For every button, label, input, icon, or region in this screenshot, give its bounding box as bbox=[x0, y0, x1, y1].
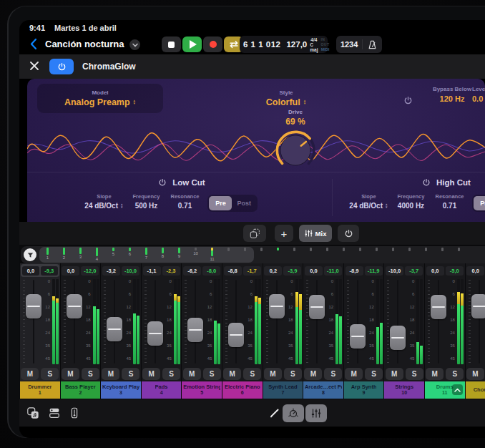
tempo-value[interactable]: 127,0 bbox=[286, 40, 307, 49]
track-name[interactable]: Drums 11 bbox=[425, 381, 465, 399]
mix-button[interactable]: Mix bbox=[299, 225, 332, 242]
navigator-track[interactable]: 4 bbox=[89, 246, 105, 263]
edit-button[interactable] bbox=[267, 405, 283, 421]
fader-handle[interactable] bbox=[107, 317, 122, 341]
track-name[interactable]: Pads 4 bbox=[142, 381, 182, 399]
navigator-track[interactable] bbox=[237, 246, 253, 263]
navigator-track[interactable]: 2 bbox=[56, 246, 72, 263]
track-name[interactable]: Electric Piano 6 bbox=[222, 381, 263, 399]
solo-button[interactable]: S bbox=[122, 368, 139, 380]
pre-button[interactable]: Pre bbox=[209, 196, 232, 210]
mute-button[interactable]: M bbox=[386, 368, 403, 380]
playhead-position[interactable]: 6 1 1 012 bbox=[243, 40, 280, 49]
track-name[interactable]: Bass Player 2 bbox=[61, 381, 101, 399]
mute-button[interactable]: M bbox=[264, 368, 282, 380]
solo-button[interactable]: S bbox=[82, 368, 99, 380]
volume-value[interactable]: -8,8 bbox=[224, 266, 242, 276]
fader-handle[interactable] bbox=[228, 323, 244, 347]
record-button[interactable] bbox=[203, 36, 222, 52]
navigator-track[interactable] bbox=[451, 246, 467, 263]
add-button[interactable]: + bbox=[275, 225, 293, 242]
solo-button[interactable]: S bbox=[365, 368, 383, 380]
solo-button[interactable]: S bbox=[324, 368, 342, 380]
track-name[interactable]: Arp Synth 9 bbox=[344, 381, 384, 399]
low-cut-resonance[interactable]: Resonance 0.71 bbox=[169, 193, 200, 210]
volume-value[interactable]: -8,9 bbox=[346, 266, 363, 276]
navigator-track[interactable] bbox=[319, 246, 335, 263]
navigator-track[interactable]: 9 bbox=[171, 246, 187, 263]
track-name[interactable]: Arcade…eet Pad 8 bbox=[303, 381, 343, 399]
level-control[interactable]: Level 0.0 bbox=[472, 86, 485, 103]
volume-value[interactable]: 0,0 bbox=[466, 266, 484, 276]
pre-button[interactable]: Pre bbox=[474, 196, 485, 210]
post-button[interactable]: Post bbox=[232, 196, 256, 210]
low-cut-power-icon[interactable] bbox=[158, 178, 167, 187]
navigator-track[interactable] bbox=[335, 246, 352, 263]
high-cut-resonance[interactable]: Resonance 0.71 bbox=[433, 193, 465, 210]
high-cut-power-icon[interactable] bbox=[422, 178, 431, 187]
track-name[interactable]: Drummer 1 bbox=[20, 381, 60, 399]
mixer-power-button[interactable] bbox=[338, 225, 359, 242]
volume-value[interactable]: 0,0 bbox=[62, 266, 79, 276]
solo-button[interactable]: S bbox=[162, 368, 180, 380]
navigator-track[interactable] bbox=[434, 246, 451, 263]
mute-button[interactable]: M bbox=[102, 368, 119, 380]
mute-button[interactable]: M bbox=[183, 368, 201, 380]
low-cut-slope[interactable]: Slope 24 dB/Oct ▲▼ bbox=[84, 193, 123, 210]
song-title[interactable]: Canción nocturna bbox=[45, 39, 124, 49]
navigator-track[interactable]: 10 bbox=[187, 246, 204, 263]
navigator-track[interactable] bbox=[270, 246, 286, 263]
controls-view-button[interactable] bbox=[283, 404, 304, 422]
mute-button[interactable]: M bbox=[223, 368, 241, 380]
track-name[interactable]: Emotion Strings 5 bbox=[182, 381, 222, 399]
collapse-stack-button[interactable] bbox=[452, 384, 463, 395]
song-menu-chevron-icon[interactable] bbox=[129, 39, 140, 50]
count-in-button[interactable]: 1234 bbox=[341, 40, 358, 49]
metronome-icon[interactable] bbox=[367, 39, 378, 50]
volume-value[interactable]: -6,2 bbox=[183, 266, 201, 276]
navigator-track[interactable]: 5 bbox=[105, 246, 122, 263]
volume-value[interactable]: 0,2 bbox=[264, 266, 282, 276]
solo-button[interactable]: S bbox=[446, 368, 464, 380]
navigator-track[interactable] bbox=[352, 246, 368, 263]
fader-handle[interactable] bbox=[350, 324, 366, 349]
high-cut-slope[interactable]: Slope 24 dB/Oct ▲▼ bbox=[349, 193, 388, 210]
navigator-track[interactable] bbox=[418, 246, 434, 263]
navigator-track[interactable]: 11 bbox=[204, 246, 220, 263]
duplicate-button[interactable] bbox=[243, 225, 266, 242]
navigator-track[interactable]: 3 bbox=[72, 246, 89, 263]
mute-button[interactable]: M bbox=[21, 368, 39, 380]
track-name[interactable]: Chorus V bbox=[466, 381, 485, 399]
track-name[interactable]: Synth Lead 7 bbox=[263, 381, 303, 399]
drive-knob[interactable] bbox=[274, 129, 317, 172]
solo-button[interactable]: S bbox=[406, 368, 423, 380]
volume-value[interactable]: -3,2 bbox=[102, 266, 120, 276]
fader-handle[interactable] bbox=[390, 326, 406, 350]
mute-button[interactable]: M bbox=[466, 368, 484, 380]
solo-button[interactable]: S bbox=[284, 368, 302, 380]
navigator-track[interactable] bbox=[368, 246, 385, 263]
navigator-track[interactable]: 6 bbox=[122, 246, 138, 263]
navigator-track[interactable]: 8 bbox=[155, 246, 171, 263]
volume-value[interactable]: 0,0 bbox=[305, 266, 323, 276]
fader-handle[interactable] bbox=[471, 294, 485, 318]
stop-button[interactable] bbox=[162, 36, 181, 52]
solo-button[interactable]: S bbox=[203, 368, 221, 380]
model-selector[interactable]: Model Analog Preamp ▲▼ bbox=[37, 84, 163, 113]
low-cut-frequency[interactable]: Frequency 500 Hz bbox=[130, 193, 162, 210]
navigator-track[interactable]: 1 bbox=[39, 246, 56, 263]
fader-handle[interactable] bbox=[431, 295, 446, 319]
mute-button[interactable]: M bbox=[142, 368, 160, 380]
fader-handle[interactable] bbox=[309, 295, 325, 319]
navigator-track[interactable] bbox=[286, 246, 303, 263]
solo-button[interactable]: S bbox=[243, 368, 261, 380]
navigator-track[interactable] bbox=[303, 246, 319, 263]
solo-button[interactable]: S bbox=[41, 368, 59, 380]
play-surface-button[interactable] bbox=[67, 405, 82, 421]
navigator-track[interactable] bbox=[401, 246, 418, 263]
time-signature-key[interactable]: 4/4 C maj bbox=[310, 37, 318, 52]
loop-browser-button[interactable] bbox=[25, 405, 41, 421]
navigator-track[interactable] bbox=[385, 246, 401, 263]
track-name[interactable]: Keyboard Player 3 bbox=[101, 381, 141, 399]
navigator-track[interactable] bbox=[253, 246, 270, 263]
